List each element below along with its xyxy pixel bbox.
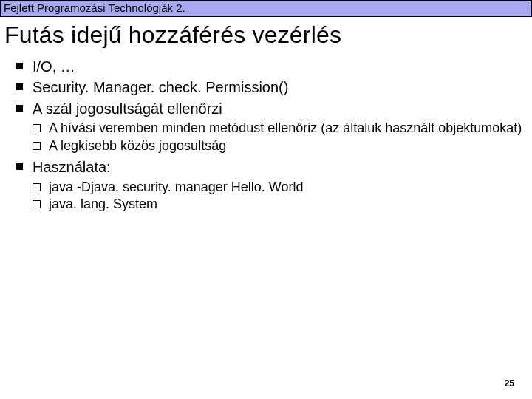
sub-bullet-text: A legkisebb közös jogosultság: [49, 138, 226, 153]
sub-bullet-text: java -Djava. security. manager Hello. Wo…: [49, 180, 303, 194]
bullet-item: Használata: java -Djava. security. manag…: [16, 158, 523, 213]
bullet-list: I/O, … Security. Manager. check. Permiss…: [16, 58, 523, 213]
sub-bullet-text: java. lang. System: [49, 197, 157, 211]
sub-bullet-item: java -Djava. security. manager Hello. Wo…: [33, 180, 523, 196]
bullet-text: Security. Manager. check. Permission(): [33, 79, 288, 95]
slide-content: I/O, … Security. Manager. check. Permiss…: [0, 58, 532, 213]
bullet-text: Használata:: [33, 159, 111, 175]
header-bar: Fejlett Programozási Technológiák 2.: [0, 0, 532, 17]
sub-bullet-list: java -Djava. security. manager Hello. Wo…: [33, 180, 523, 213]
header-text: Fejlett Programozási Technológiák 2.: [4, 1, 185, 14]
sub-bullet-text: A hívási veremben minden metódust ellenő…: [49, 120, 522, 135]
bullet-text: A szál jogosultságát ellenőrzi: [33, 100, 222, 117]
bullet-text: I/O, …: [33, 58, 75, 75]
bullet-item: A szál jogosultságát ellenőrzi A hívási …: [16, 100, 523, 154]
bullet-item: I/O, …: [16, 58, 523, 75]
slide: Fejlett Programozási Technológiák 2. Fut…: [0, 0, 532, 399]
sub-bullet-item: A hívási veremben minden metódust ellenő…: [33, 120, 523, 137]
page-number: 25: [505, 378, 514, 389]
sub-bullet-item: A legkisebb közös jogosultság: [33, 138, 523, 154]
slide-title: Futás idejű hozzáférés vezérlés: [0, 17, 532, 55]
sub-bullet-item: java. lang. System: [33, 197, 523, 213]
sub-bullet-list: A hívási veremben minden metódust ellenő…: [33, 120, 523, 154]
bullet-item: Security. Manager. check. Permission(): [16, 78, 523, 96]
